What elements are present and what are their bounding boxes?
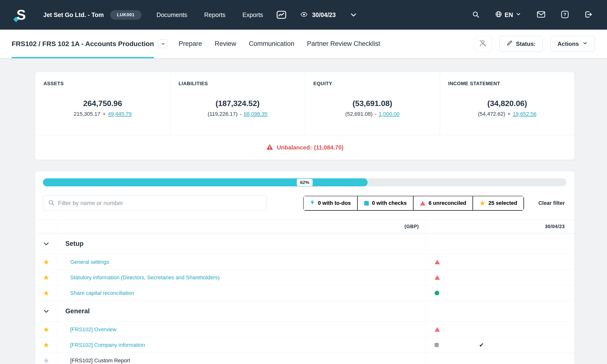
checkmark-icon[interactable]: ✔	[479, 342, 484, 349]
progress-fill	[43, 178, 368, 186]
date-cell	[503, 301, 574, 322]
status-cell	[426, 270, 460, 285]
topnav-actions: EN ?	[472, 11, 593, 19]
template-link[interactable]: Statutory information (Directors, Secret…	[70, 274, 220, 281]
template-name: [FRS102] Custom Report	[70, 357, 130, 364]
status-cell	[426, 254, 460, 270]
check-cell	[460, 234, 503, 254]
check-cell	[460, 353, 503, 364]
language-selector[interactable]: EN	[495, 11, 521, 19]
template-link[interactable]: [FRS102] Company information	[70, 342, 145, 348]
filter-checks-button[interactable]: 0 with checks	[358, 196, 413, 211]
date-cell	[503, 285, 574, 301]
tab-review[interactable]: Review	[215, 40, 236, 48]
progress-percent-badge: 62%	[297, 179, 313, 186]
unbalanced-label: Unbalanced:	[277, 144, 312, 151]
insights-chart-icon[interactable]	[277, 11, 286, 19]
nav-item-documents[interactable]: Documents	[157, 11, 187, 18]
summary-label: LIABILITIES	[170, 81, 305, 86]
star-icon[interactable]: ★	[43, 289, 50, 297]
currency-header: (GBP)	[405, 224, 419, 229]
unbalanced-value: (11,084.70)	[314, 144, 343, 151]
header-date-cell: 30/04/23	[503, 220, 574, 233]
template-name-cell: [FRS102] Company information	[57, 337, 426, 353]
template-name-cell: [FRS102] Overview	[57, 322, 426, 337]
section-title: Setup	[65, 240, 83, 247]
summary-operator: +	[103, 111, 106, 117]
company-name[interactable]: Jet Set Go Ltd. - Tom	[43, 11, 104, 18]
header-currency-cell: (GBP)	[57, 220, 426, 233]
check-cell	[460, 254, 503, 270]
summary-link[interactable]: 49,445.79	[108, 111, 132, 117]
filter-todos-button[interactable]: 0 with to-dos	[303, 196, 358, 211]
tab-partner-review-checklist[interactable]: Partner Review Checklist	[307, 40, 380, 48]
check-cell	[460, 301, 503, 322]
template-link[interactable]: General settings	[70, 259, 109, 265]
star-icon[interactable]: ★	[43, 326, 50, 333]
chevron-down-icon[interactable]	[43, 308, 50, 314]
section-row: General	[35, 301, 574, 322]
summary-link[interactable]: 1,000.00	[379, 111, 400, 117]
unbalanced-banner: Unbalanced: (11,084.70)	[35, 135, 574, 160]
mail-icon[interactable]	[537, 11, 545, 19]
date-cell	[503, 337, 574, 353]
header-actions: Status: Actions	[474, 36, 595, 52]
sign-out-icon[interactable]	[584, 11, 593, 19]
star-icon[interactable]: ★	[43, 274, 50, 281]
star-icon[interactable]: ★	[43, 341, 50, 349]
company-code-badge: LUK001	[110, 10, 142, 20]
worklist-table: (GBP) 30/04/23 Setup★General settings★St…	[35, 220, 574, 364]
period-selector[interactable]: 30/04/23	[300, 11, 336, 18]
tab-prepare[interactable]: Prepare	[179, 40, 202, 48]
filter-label: 6 unreconciled	[429, 200, 466, 206]
actions-button[interactable]: Actions	[550, 36, 595, 52]
filter-selected-button[interactable]: ★ 25 selected	[473, 196, 524, 211]
worklist-table-body: Setup★General settings★Statutory informa…	[35, 234, 574, 364]
top-navigation: S Jet Set Go Ltd. - Tom LUK001 Documents…	[0, 0, 607, 30]
summary-operator: -	[375, 111, 376, 117]
title-wrap: FRS102 / FRS 102 1A - Accounts Productio…	[12, 30, 168, 58]
title-dropdown-button[interactable]	[158, 39, 168, 48]
summary-total: (53,691.08)	[305, 99, 440, 108]
filter-input[interactable]	[58, 200, 262, 207]
search-icon[interactable]	[472, 11, 479, 19]
unreconciled-icon	[435, 327, 440, 332]
summary-link[interactable]: 19,652.56	[513, 111, 537, 117]
star-cell: ★	[35, 353, 57, 364]
nav-item-exports[interactable]: Exports	[243, 11, 263, 18]
nav-item-reports[interactable]: Reports	[204, 11, 225, 18]
clear-filter-button[interactable]: Clear filter	[538, 200, 565, 206]
summary-base: (54,472.62)	[478, 111, 505, 117]
pencil-icon	[506, 40, 513, 48]
financial-summary-card: ASSETS 264,750.96 215,305.17 + 49,445.79…	[35, 72, 574, 160]
template-link[interactable]: [FRS102] Overview	[70, 326, 117, 333]
tab-communication[interactable]: Communication	[249, 40, 294, 48]
main-content: ASSETS 264,750.96 215,305.17 + 49,445.79…	[0, 58, 607, 364]
period-date: 30/04/23	[312, 11, 336, 18]
template-link[interactable]: Share capital reconciliation	[70, 290, 134, 296]
help-icon[interactable]: ?	[561, 11, 569, 19]
status-button[interactable]: Status:	[500, 36, 543, 52]
hide-reviewer-button[interactable]	[474, 36, 492, 52]
summary-link[interactable]: 68,098.35	[244, 111, 268, 117]
chevron-down-icon[interactable]	[350, 11, 357, 18]
page-title: FRS102 / FRS 102 1A - Accounts Productio…	[12, 30, 154, 58]
star-cell: ★	[35, 322, 57, 337]
star-icon[interactable]: ★	[43, 259, 50, 266]
star-icon[interactable]: ★	[43, 357, 50, 364]
globe-icon	[495, 11, 502, 19]
filter-input-wrap	[43, 195, 267, 211]
table-row: ★General settings	[35, 254, 574, 270]
section-title-cell: Setup	[57, 234, 426, 254]
worklist-card: 62% 0 with to-dos 0 with checks	[35, 171, 574, 364]
main-nav: Documents Reports Exports	[157, 11, 263, 18]
app-logo[interactable]: S	[14, 6, 28, 23]
svg-text:?: ?	[564, 12, 566, 17]
filter-unreconciled-button[interactable]: 6 unreconciled	[413, 196, 473, 211]
summary-assets: ASSETS 264,750.96 215,305.17 + 49,445.79	[35, 72, 170, 135]
chevron-down-icon[interactable]	[43, 240, 50, 247]
reconciled-icon	[435, 291, 439, 295]
unreconciled-icon	[435, 275, 440, 280]
eye-icon	[300, 12, 308, 18]
section-toggle-cell	[35, 234, 57, 254]
